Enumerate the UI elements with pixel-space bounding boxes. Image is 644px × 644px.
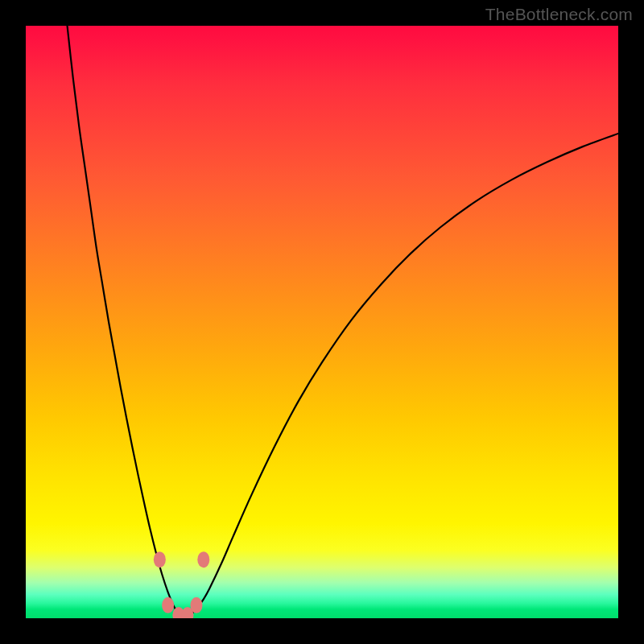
watermark-text: TheBottleneck.com	[485, 5, 633, 24]
chart-frame: TheBottleneck.com	[0, 0, 644, 644]
curve-marker	[197, 551, 209, 568]
curve-marker	[162, 597, 174, 613]
plot-area	[26, 26, 618, 618]
bottleneck-curve	[68, 26, 618, 616]
curve-marker	[190, 597, 202, 613]
curve-markers	[154, 551, 209, 618]
curve-layer	[26, 26, 618, 618]
curve-marker	[154, 551, 166, 568]
